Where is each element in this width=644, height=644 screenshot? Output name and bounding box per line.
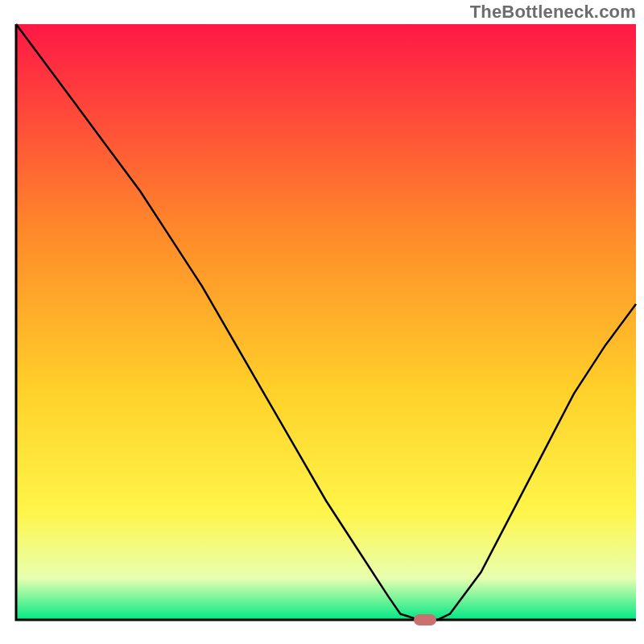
- optimal-point-marker: [414, 614, 436, 625]
- gradient-background: [16, 24, 636, 620]
- watermark-text: TheBottleneck.com: [470, 2, 636, 23]
- chart-frame: TheBottleneck.com: [0, 0, 644, 644]
- bottleneck-chart: [0, 0, 644, 644]
